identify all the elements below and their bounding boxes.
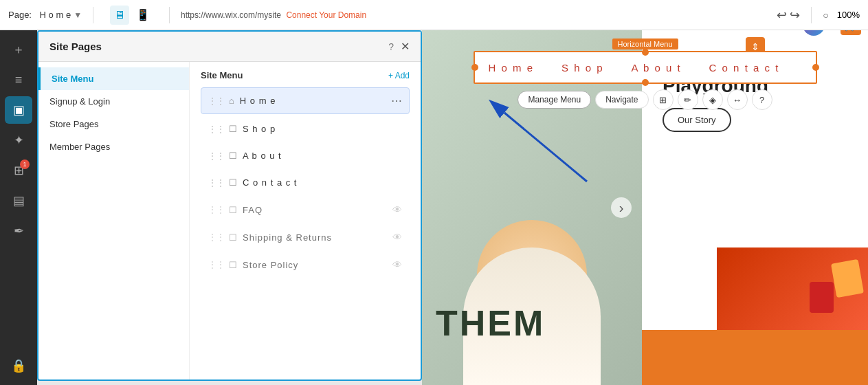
nav-item-store-pages[interactable]: Store Pages bbox=[38, 113, 189, 135]
redo-icon[interactable]: ↪ bbox=[790, 8, 800, 23]
add-symbol: ＋ bbox=[12, 41, 25, 58]
sidebar-members-icon[interactable]: 🔒 bbox=[5, 352, 32, 380]
more-options-icon[interactable]: ⋯ bbox=[391, 94, 402, 107]
mobile-icon[interactable]: 📱 bbox=[133, 6, 153, 25]
drag-handle-icon: ⋮⋮ bbox=[208, 124, 225, 134]
connect-domain-link[interactable]: Connect Your Domain bbox=[286, 10, 366, 20]
panel-header-actions: ? ✕ bbox=[388, 40, 410, 53]
site-pages-panel: Site Pages ? ✕ Site Menu Signup & Login … bbox=[37, 30, 422, 381]
topbar-right: ↩ ↪ ○ 100% bbox=[777, 7, 860, 23]
horizontal-menu-bar[interactable]: H o m e S h o p A b o u t C o n t a c t bbox=[474, 51, 817, 84]
page-name: H o m e bbox=[40, 10, 71, 20]
menu-item-about-label: A b o u t bbox=[243, 151, 402, 161]
resize-handle-top[interactable] bbox=[642, 49, 649, 56]
home-icon: ⌂ bbox=[229, 96, 234, 106]
layout-icon-btn[interactable]: ⊞ bbox=[653, 89, 674, 110]
menu-item-home[interactable]: ⋮⋮ ⌂ H o m e ⋯ bbox=[201, 87, 410, 114]
menu-symbol: ≡ bbox=[15, 73, 23, 87]
page-label: Page: bbox=[8, 10, 32, 20]
manage-menu-button[interactable]: Manage Menu bbox=[518, 91, 591, 109]
media-symbol: ▤ bbox=[13, 193, 25, 208]
menu-item-faq[interactable]: ⋮⋮ ☐ FAQ 👁 bbox=[201, 197, 410, 222]
menu-item-about[interactable]: ⋮⋮ ☐ A b o u t bbox=[201, 144, 410, 168]
device-switcher: 🖥 📱 bbox=[110, 6, 153, 25]
menu-item-shop[interactable]: ⋮⋮ ☐ S h o p bbox=[201, 117, 410, 141]
resize-handle-right[interactable] bbox=[812, 64, 819, 71]
undo-icon[interactable]: ↩ bbox=[777, 8, 787, 23]
hidden-icon[interactable]: 👁 bbox=[392, 232, 402, 243]
menu-item-shop-label: S h o p bbox=[243, 124, 402, 134]
sidebar-pages-icon[interactable]: ▣ bbox=[5, 96, 32, 124]
help-icon[interactable]: ? bbox=[388, 41, 394, 52]
nav-item-site-menu[interactable]: Site Menu bbox=[38, 67, 189, 90]
top-bar: Page: H o m e ▼ 🖥 📱 https://www.wix.com/… bbox=[0, 0, 868, 30]
menu-item-store-policy-label: Store Policy bbox=[243, 260, 392, 270]
hidden-icon[interactable]: 👁 bbox=[392, 259, 402, 270]
desktop-icon[interactable]: 🖥 bbox=[110, 6, 129, 25]
drag-handle-icon: ⋮⋮ bbox=[208, 96, 225, 106]
page-icon: ☐ bbox=[229, 177, 237, 188]
drag-handle-icon: ⋮⋮ bbox=[208, 151, 225, 161]
menu-bar-contact[interactable]: C o n t a c t bbox=[709, 62, 780, 74]
nav-item-member-pages[interactable]: Member Pages bbox=[38, 135, 189, 158]
hidden-icon[interactable]: 👁 bbox=[392, 204, 402, 215]
members-symbol: 🔒 bbox=[11, 358, 26, 373]
animation-icon-btn[interactable]: ◈ bbox=[702, 89, 723, 110]
design-symbol: ✦ bbox=[14, 133, 24, 148]
zoom-level: 100% bbox=[837, 10, 860, 20]
edit-icon-btn[interactable]: ✏ bbox=[678, 89, 698, 110]
page-dropdown-icon[interactable]: ▼ bbox=[74, 10, 82, 20]
sidebar-media-icon[interactable]: ▤ bbox=[5, 187, 32, 214]
left-sidebar: ＋ ≡ ▣ ✦ ⊞ 1 ▤ ✒ 🔒 bbox=[0, 30, 37, 385]
drag-handle-icon: ⋮⋮ bbox=[208, 205, 225, 214]
divider3 bbox=[811, 7, 812, 23]
menu-item-shipping[interactable]: ⋮⋮ ☐ Shipping & Returns 👁 bbox=[201, 225, 410, 250]
user-avatar[interactable]: 👤 bbox=[803, 30, 825, 36]
url-bar: https://www.wix.com/mysite Connect Your … bbox=[181, 10, 768, 20]
divider2 bbox=[169, 7, 170, 23]
sidebar-add-icon[interactable]: ＋ bbox=[5, 36, 32, 63]
close-icon[interactable]: ✕ bbox=[401, 40, 410, 53]
menu-item-contact-label: C o n t a c t bbox=[243, 177, 402, 188]
apps-badge: 1 bbox=[20, 160, 30, 169]
panel-right-title: Site Menu bbox=[201, 70, 243, 80]
menu-bar-items: H o m e S h o p A b o u t C o n t a c t bbox=[489, 62, 780, 74]
menu-bar-home[interactable]: H o m e bbox=[489, 62, 535, 74]
page-icon: ☐ bbox=[229, 151, 237, 161]
page-selector[interactable]: Page: H o m e ▼ bbox=[8, 10, 82, 20]
panel-title: Site Pages bbox=[49, 41, 102, 52]
page-icon: ☐ bbox=[229, 232, 237, 243]
baby-text: THEM bbox=[436, 302, 545, 344]
drag-handle-icon: ⋮⋮ bbox=[208, 260, 225, 270]
drag-handle-icon: ⋮⋮ bbox=[208, 178, 225, 188]
panel-right: Site Menu + Add ⋮⋮ ⌂ H o m e ⋯ ⋮⋮ ☐ S h … bbox=[190, 62, 421, 380]
menu-toolbar: Manage Menu Navigate ⊞ ✏ ◈ ↔ ? bbox=[518, 89, 772, 110]
url-text: https://www.wix.com/mysite bbox=[181, 10, 281, 20]
menu-item-shipping-label: Shipping & Returns bbox=[243, 232, 392, 243]
menu-item-store-policy[interactable]: ⋮⋮ ☐ Store Policy 👁 bbox=[201, 252, 410, 277]
cart-icon[interactable]: 🛒 bbox=[841, 30, 861, 35]
sidebar-menu-icon[interactable]: ≡ bbox=[5, 66, 32, 94]
sidebar-apps-icon[interactable]: ⊞ 1 bbox=[5, 157, 32, 184]
next-chevron-icon[interactable]: › bbox=[611, 197, 632, 218]
panel-right-header: Site Menu + Add bbox=[201, 70, 410, 80]
add-menu-item-button[interactable]: + Add bbox=[388, 71, 410, 80]
horizontal-menu-label: Horizontal Menu bbox=[612, 38, 678, 50]
page-icon: ☐ bbox=[229, 260, 237, 270]
pages-symbol: ▣ bbox=[13, 102, 25, 118]
nav-item-signup-login[interactable]: Signup & Login bbox=[38, 90, 189, 113]
menu-item-contact[interactable]: ⋮⋮ ☐ C o n t a c t bbox=[201, 170, 410, 195]
sidebar-design-icon[interactable]: ✦ bbox=[5, 126, 32, 154]
menu-bar-shop[interactable]: S h o p bbox=[561, 62, 604, 74]
resize-handle-left[interactable] bbox=[471, 64, 478, 71]
menu-bar-about[interactable]: A b o u t bbox=[632, 62, 682, 74]
help-icon-btn[interactable]: ? bbox=[752, 89, 772, 110]
horizontal-menu-container: Horizontal Menu H o m e S h o p A b o u … bbox=[422, 51, 868, 110]
navigate-button[interactable]: Navigate bbox=[595, 91, 648, 109]
our-story-button[interactable]: Our Story bbox=[663, 108, 731, 132]
panel-body: Site Menu Signup & Login Store Pages Mem… bbox=[38, 62, 421, 380]
sidebar-blog-icon[interactable]: ✒ bbox=[5, 217, 32, 245]
resize-handle-bottom[interactable] bbox=[642, 79, 649, 86]
divider bbox=[93, 7, 93, 23]
stretch-icon-btn[interactable]: ↔ bbox=[727, 89, 748, 110]
